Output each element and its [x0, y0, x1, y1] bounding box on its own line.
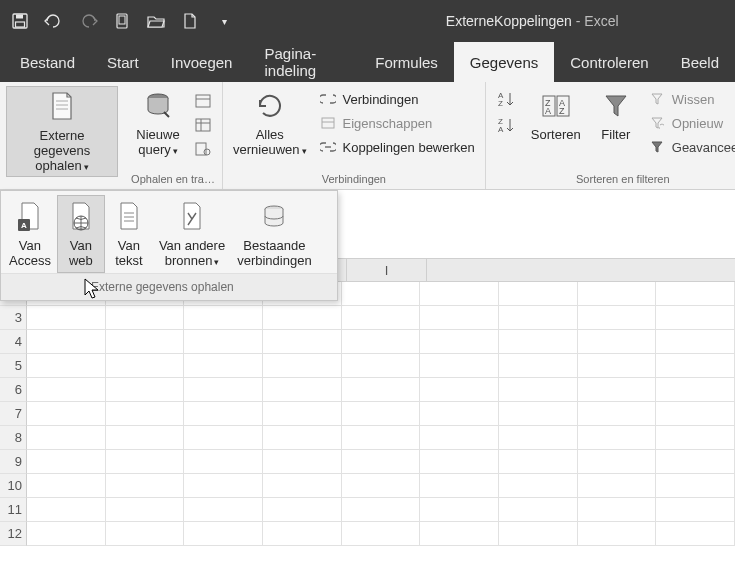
new-doc-icon[interactable] [178, 9, 202, 33]
cell[interactable] [499, 450, 578, 474]
cell[interactable] [342, 426, 421, 450]
cell[interactable] [499, 498, 578, 522]
cell[interactable] [499, 330, 578, 354]
cell[interactable] [578, 378, 657, 402]
cell[interactable] [656, 522, 735, 546]
cell[interactable] [656, 450, 735, 474]
show-queries-icon[interactable] [190, 90, 216, 112]
cell[interactable] [420, 354, 499, 378]
cell[interactable] [106, 498, 185, 522]
row-header[interactable]: 8 [0, 426, 27, 450]
row-header[interactable]: 12 [0, 522, 27, 546]
row-header[interactable]: 7 [0, 402, 27, 426]
cell[interactable] [656, 282, 735, 306]
cell[interactable] [184, 402, 263, 426]
van-andere-bronnen-button[interactable]: Van anderebronnen▾ [153, 195, 231, 273]
cell[interactable] [499, 474, 578, 498]
touch-mode-icon[interactable] [110, 9, 134, 33]
cell[interactable] [420, 330, 499, 354]
undo-icon[interactable] [42, 9, 66, 33]
cell[interactable] [342, 522, 421, 546]
cell[interactable] [578, 498, 657, 522]
cell[interactable] [342, 498, 421, 522]
cell[interactable] [656, 426, 735, 450]
cell[interactable] [27, 354, 106, 378]
cell[interactable] [342, 282, 421, 306]
row-header[interactable]: 5 [0, 354, 27, 378]
cell[interactable] [184, 306, 263, 330]
externe-gegevens-ophalen-button[interactable]: Externe gegevens ophalen▾ [6, 86, 118, 177]
cell[interactable] [342, 330, 421, 354]
cell[interactable] [342, 306, 421, 330]
cell[interactable] [578, 354, 657, 378]
column-header[interactable]: I [347, 259, 427, 281]
van-web-button[interactable]: Vanweb [57, 195, 105, 273]
verbindingen-button[interactable]: Verbindingen [315, 88, 479, 110]
row-header[interactable]: 4 [0, 330, 27, 354]
tab-formules[interactable]: Formules [359, 42, 454, 82]
cell[interactable] [578, 474, 657, 498]
cell[interactable] [184, 474, 263, 498]
cell[interactable] [578, 282, 657, 306]
cell[interactable] [499, 426, 578, 450]
cell[interactable] [263, 378, 342, 402]
redo-icon[interactable] [76, 9, 100, 33]
nieuwe-query-button[interactable]: Nieuwe query▾ [130, 86, 186, 160]
cell[interactable] [499, 354, 578, 378]
cell[interactable] [420, 474, 499, 498]
cell[interactable] [342, 402, 421, 426]
cell[interactable] [420, 402, 499, 426]
cell[interactable] [656, 354, 735, 378]
cell[interactable] [499, 378, 578, 402]
customize-qat-icon[interactable]: ▾ [212, 9, 236, 33]
cell[interactable] [499, 306, 578, 330]
cell[interactable] [656, 498, 735, 522]
row-header[interactable]: 6 [0, 378, 27, 402]
save-icon[interactable] [8, 9, 32, 33]
cell[interactable] [27, 450, 106, 474]
opnieuw-button[interactable]: Opnieuw [644, 112, 735, 134]
cell[interactable] [656, 306, 735, 330]
van-tekst-button[interactable]: Vantekst [105, 195, 153, 273]
recent-sources-icon[interactable] [190, 138, 216, 160]
cell[interactable] [578, 522, 657, 546]
filter-button[interactable]: Filter [592, 86, 640, 145]
cell[interactable] [656, 402, 735, 426]
cell[interactable] [578, 306, 657, 330]
sort-za-icon[interactable]: ZA [496, 116, 518, 136]
cell[interactable] [578, 330, 657, 354]
cell[interactable] [499, 522, 578, 546]
cell[interactable] [106, 474, 185, 498]
cell[interactable] [184, 330, 263, 354]
cell[interactable] [656, 474, 735, 498]
tab-start[interactable]: Start [91, 42, 155, 82]
cell[interactable] [106, 354, 185, 378]
cell[interactable] [263, 330, 342, 354]
cell[interactable] [106, 378, 185, 402]
cell[interactable] [106, 522, 185, 546]
open-folder-icon[interactable] [144, 9, 168, 33]
cell[interactable] [184, 354, 263, 378]
cell[interactable] [27, 522, 106, 546]
cell[interactable] [263, 522, 342, 546]
wissen-button[interactable]: Wissen [644, 88, 735, 110]
cell[interactable] [184, 450, 263, 474]
cell[interactable] [106, 402, 185, 426]
cell[interactable] [420, 306, 499, 330]
bestaande-verbindingen-button[interactable]: Bestaandeverbindingen [231, 195, 317, 273]
cell[interactable] [106, 426, 185, 450]
cell[interactable] [263, 426, 342, 450]
cell[interactable] [420, 426, 499, 450]
cell[interactable] [27, 306, 106, 330]
cell[interactable] [263, 498, 342, 522]
cell[interactable] [420, 498, 499, 522]
cell[interactable] [27, 474, 106, 498]
cell[interactable] [263, 450, 342, 474]
cell[interactable] [578, 450, 657, 474]
cell[interactable] [184, 378, 263, 402]
cell[interactable] [420, 522, 499, 546]
alles-vernieuwen-button[interactable]: Alles vernieuwen▾ [229, 86, 311, 160]
row-header[interactable]: 9 [0, 450, 27, 474]
sorteren-button[interactable]: ZAAZ Sorteren [524, 86, 588, 145]
cell[interactable] [106, 306, 185, 330]
